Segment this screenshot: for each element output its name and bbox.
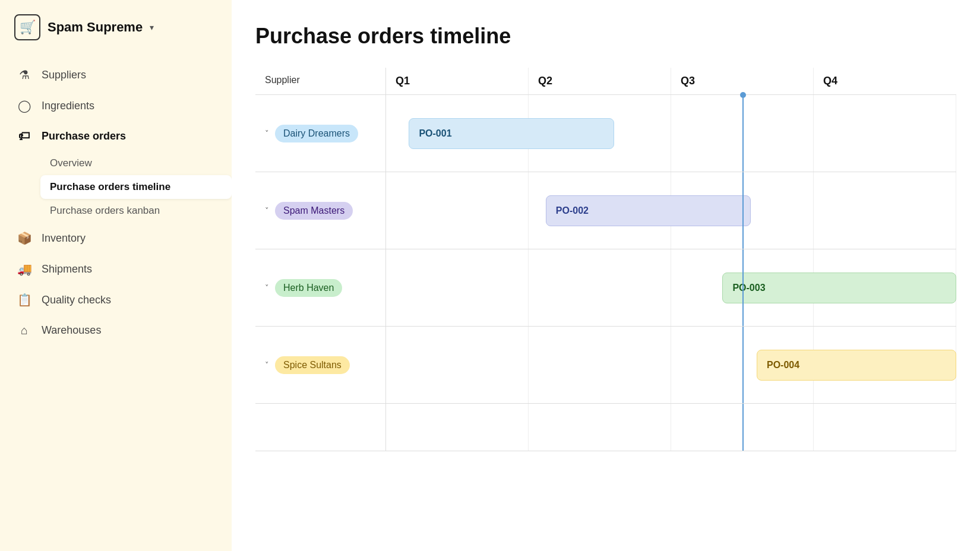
suppliers-icon: ⚗ bbox=[17, 68, 32, 82]
app-menu-chevron[interactable]: ▾ bbox=[150, 23, 154, 32]
inventory-icon: 📦 bbox=[17, 231, 32, 245]
gantt-q2-col bbox=[529, 249, 671, 326]
page-title: Purchase orders timeline bbox=[255, 24, 956, 49]
sidebar-item-warehouses[interactable]: ⌂ Warehouses bbox=[0, 315, 232, 346]
col-header-quarters: Q1 Q2 Q3 Q4 bbox=[386, 68, 956, 94]
supplier-badge-dairy-dreamers[interactable]: Dairy Dreamers bbox=[275, 125, 358, 142]
gantt-q4-col bbox=[814, 172, 956, 249]
row-chevron-icon[interactable]: ˅ bbox=[265, 129, 269, 138]
logo-icon: 🛒 bbox=[20, 20, 36, 35]
gantt-q1-col bbox=[386, 249, 529, 326]
gantt-cell-spam-masters: PO-002 bbox=[386, 172, 956, 249]
quarter-q3-header: Q3 bbox=[671, 68, 814, 94]
sidebar-item-label: Suppliers bbox=[42, 69, 86, 81]
quarter-q1-header: Q1 bbox=[386, 68, 529, 94]
timeline-rows: ˅Dairy DreamersPO-001˅Spam MastersPO-002… bbox=[255, 95, 956, 451]
sidebar-item-label: Quality checks bbox=[42, 294, 111, 306]
timeline-header: Supplier Q1 Q2 Q3 Q4 bbox=[255, 68, 956, 95]
empty-gantt-q1-col bbox=[386, 404, 529, 451]
timeline-row-herb-haven: ˅Herb HavenPO-003 bbox=[255, 249, 956, 327]
timeline-row-spice-sultans: ˅Spice SultansPO-004 bbox=[255, 327, 956, 404]
purchase-orders-icon: 🏷 bbox=[17, 129, 32, 143]
sidebar-item-inventory[interactable]: 📦 Inventory bbox=[0, 223, 232, 254]
col-header-supplier: Supplier bbox=[255, 68, 386, 94]
sidebar-item-label: Purchase orders bbox=[42, 130, 126, 142]
gantt-bar-PO-003[interactable]: PO-003 bbox=[722, 273, 956, 303]
gantt-cell-dairy-dreamers: PO-001 bbox=[386, 95, 956, 172]
gantt-cell-herb-haven: PO-003 bbox=[386, 249, 956, 326]
quarter-q2-header: Q2 bbox=[529, 68, 671, 94]
sidebar-item-purchase-orders[interactable]: 🏷 Purchase orders bbox=[0, 121, 232, 151]
gantt-bar-PO-002[interactable]: PO-002 bbox=[546, 195, 751, 226]
timeline-container: Supplier Q1 Q2 Q3 Q4 ˅Dairy DreamersPO-0… bbox=[255, 68, 956, 451]
empty-gantt-q4-col bbox=[814, 404, 956, 451]
quality-checks-icon: 📋 bbox=[17, 293, 32, 307]
subnav-kanban[interactable]: Purchase orders kanban bbox=[40, 199, 232, 223]
sidebar-item-label: Ingredients bbox=[42, 100, 94, 112]
gantt-bar-PO-001[interactable]: PO-001 bbox=[409, 118, 614, 149]
sidebar-item-quality-checks[interactable]: 📋 Quality checks bbox=[0, 284, 232, 315]
main-content: Purchase orders timeline Supplier Q1 Q2 … bbox=[232, 0, 980, 551]
supplier-cell-spice-sultans: ˅Spice Sultans bbox=[255, 327, 386, 403]
subnav-timeline[interactable]: Purchase orders timeline bbox=[40, 175, 232, 199]
empty-gantt-cell bbox=[386, 404, 956, 451]
empty-gantt-q3-col bbox=[671, 404, 814, 451]
empty-gantt-q2-col bbox=[529, 404, 671, 451]
purchase-orders-subnav: Overview Purchase orders timeline Purcha… bbox=[0, 151, 232, 223]
supplier-cell-spam-masters: ˅Spam Masters bbox=[255, 172, 386, 249]
sidebar-header: 🛒 Spam Supreme ▾ bbox=[0, 14, 232, 59]
supplier-cell-herb-haven: ˅Herb Haven bbox=[255, 249, 386, 326]
warehouses-icon: ⌂ bbox=[17, 324, 32, 337]
supplier-badge-spam-masters[interactable]: Spam Masters bbox=[275, 202, 353, 220]
sidebar-item-label: Shipments bbox=[42, 263, 92, 276]
gantt-q2-col bbox=[529, 327, 671, 403]
supplier-cell-dairy-dreamers: ˅Dairy Dreamers bbox=[255, 95, 386, 172]
supplier-badge-herb-haven[interactable]: Herb Haven bbox=[275, 279, 342, 297]
app-name: Spam Supreme bbox=[48, 20, 143, 35]
ingredients-icon: ◯ bbox=[17, 99, 32, 113]
sidebar-item-label: Inventory bbox=[42, 232, 86, 245]
gantt-bar-PO-004[interactable]: PO-004 bbox=[757, 350, 956, 381]
gantt-q4-col bbox=[814, 95, 956, 172]
sidebar-nav: ⚗ Suppliers ◯ Ingredients 🏷 Purchase ord… bbox=[0, 59, 232, 346]
sidebar-item-shipments[interactable]: 🚚 Shipments bbox=[0, 254, 232, 284]
supplier-badge-spice-sultans[interactable]: Spice Sultans bbox=[275, 356, 350, 374]
gantt-q1-col bbox=[386, 172, 529, 249]
gantt-q1-col bbox=[386, 327, 529, 403]
row-chevron-icon[interactable]: ˅ bbox=[265, 206, 269, 215]
shipments-icon: 🚚 bbox=[17, 262, 32, 276]
timeline-row-empty bbox=[255, 404, 956, 451]
timeline-row-dairy-dreamers: ˅Dairy DreamersPO-001 bbox=[255, 95, 956, 172]
row-chevron-icon[interactable]: ˅ bbox=[265, 360, 269, 369]
gantt-cell-spice-sultans: PO-004 bbox=[386, 327, 956, 403]
sidebar: 🛒 Spam Supreme ▾ ⚗ Suppliers ◯ Ingredien… bbox=[0, 0, 232, 551]
timeline-row-spam-masters: ˅Spam MastersPO-002 bbox=[255, 172, 956, 249]
sidebar-item-label: Warehouses bbox=[42, 324, 101, 337]
sidebar-item-ingredients[interactable]: ◯ Ingredients bbox=[0, 90, 232, 121]
subnav-overview[interactable]: Overview bbox=[40, 151, 232, 175]
row-chevron-icon[interactable]: ˅ bbox=[265, 283, 269, 292]
quarter-q4-header: Q4 bbox=[814, 68, 956, 94]
sidebar-item-suppliers[interactable]: ⚗ Suppliers bbox=[0, 59, 232, 90]
app-logo: 🛒 bbox=[14, 14, 40, 40]
gantt-q3-col bbox=[671, 95, 814, 172]
empty-supplier-cell bbox=[255, 404, 386, 451]
